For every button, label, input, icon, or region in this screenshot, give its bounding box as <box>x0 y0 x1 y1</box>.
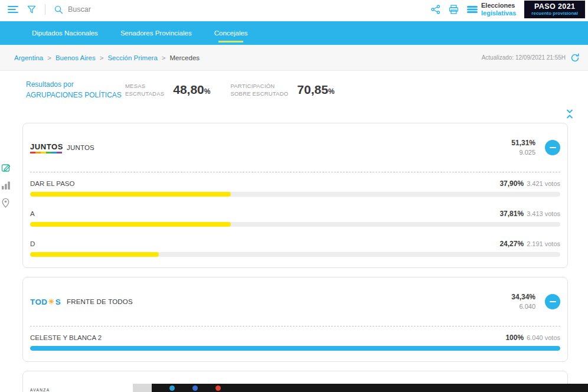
party-percent: 34,34% <box>511 292 535 302</box>
top-toolbar: Elecciones legislativas PASO 2021 recuen… <box>0 0 588 19</box>
brand-line2: legislativas <box>481 9 516 17</box>
badge-title: PASO 2021 <box>531 2 578 11</box>
results-by-line1: Resultados por <box>26 80 74 89</box>
list-percent: 100% <box>505 334 524 342</box>
vote-bar-track <box>30 192 560 197</box>
minus-icon <box>550 301 556 302</box>
results-by-selector[interactable]: Resultados por AGRUPACIONES POLÍTICAS <box>26 79 125 100</box>
taskbar <box>133 384 588 392</box>
updated-text: Actualizado: 12/09/2021 21:55H <box>482 54 566 61</box>
breadcrumb-argentina[interactable]: Argentina <box>14 54 43 61</box>
list-votes: 2.191 votos <box>527 240 560 247</box>
list-votes: 3.421 votos <box>527 180 560 187</box>
mesas-label: MESAS ESCRUTADAS <box>125 82 164 98</box>
party-cards: JUNTOS JUNTOS 51,31% 9.025 DAR EL PASO 3… <box>22 123 568 392</box>
participacion-label: PARTICIPACIÓN SOBRE ESCRUTADO <box>230 82 288 98</box>
avanza-libertad-logo: AVANZA LIBERTAD <box>30 388 64 392</box>
taskbar-app-icon[interactable] <box>169 386 175 391</box>
party-name: FRENTE DE TODOS <box>67 298 133 305</box>
search-icon <box>54 5 63 14</box>
filter-icon[interactable] <box>27 5 36 14</box>
list-row: DAR EL PASO 37,90%3.421 votos <box>30 172 560 202</box>
share-icon[interactable] <box>431 5 440 14</box>
paso-badge: PASO 2021 recuento provisional <box>524 1 585 19</box>
list-percent: 37,81% <box>499 210 524 218</box>
vote-bar-track <box>30 222 560 227</box>
party-card-juntos: JUNTOS JUNTOS 51,31% 9.025 DAR EL PASO 3… <box>22 123 568 268</box>
list-name: D <box>30 240 35 247</box>
taskbar-segment <box>133 384 152 392</box>
flag-stripes-icon <box>467 5 478 14</box>
list-percent: 37,90% <box>499 179 524 188</box>
category-tabs: Diputados Nacionales Senadores Provincia… <box>0 21 588 45</box>
map-pin-icon[interactable] <box>1 198 11 208</box>
brand-line1: Elecciones <box>481 2 516 9</box>
todos-logo: TOD☀S <box>30 298 64 306</box>
tab-concejales[interactable]: Concejales <box>214 30 248 37</box>
list-votes: 3.413 votos <box>527 210 560 217</box>
party-card-frente-de-todos: TOD☀S FRENTE DE TODOS 34,34% 6.040 CELES… <box>22 277 568 362</box>
collapse-all-row <box>0 100 588 123</box>
edit-icon[interactable] <box>1 163 11 173</box>
search-box <box>54 5 168 14</box>
breadcrumb-buenos-aires[interactable]: Buenos Aires <box>55 54 96 61</box>
vote-bar-track <box>30 252 560 257</box>
list-row: CELESTE Y BLANCA 2 100%6.040 votos <box>30 326 560 361</box>
party-header: TOD☀S FRENTE DE TODOS 34,34% 6.040 <box>30 277 560 326</box>
sun-icon: ☀ <box>48 298 54 306</box>
juntos-logo: JUNTOS <box>30 142 64 153</box>
side-rail <box>1 163 11 208</box>
list-name: A <box>30 210 35 217</box>
menu-icon[interactable] <box>8 5 18 14</box>
bar-chart-icon[interactable] <box>1 181 11 190</box>
refresh-icon[interactable] <box>570 53 580 63</box>
list-percent: 24,27% <box>499 240 524 248</box>
participacion-value: 70,85% <box>297 83 334 97</box>
party-name: JUNTOS <box>67 144 94 151</box>
collapse-all-icon[interactable] <box>565 109 574 119</box>
brand: Elecciones legislativas <box>467 2 516 17</box>
list-votes: 6.040 votos <box>527 334 560 341</box>
collapse-party-button[interactable] <box>545 140 560 155</box>
taskbar-app-icon[interactable] <box>192 386 198 391</box>
results-by-line2: AGRUPACIONES POLÍTICAS <box>26 91 122 99</box>
vote-bar-track <box>30 346 560 351</box>
updated-info: Actualizado: 12/09/2021 21:55H <box>482 53 580 63</box>
tab-diputados-nacionales[interactable]: Diputados Nacionales <box>32 30 98 37</box>
participacion-metric: PARTICIPACIÓN SOBRE ESCRUTADO 70,85% <box>230 82 334 98</box>
search-input[interactable] <box>68 5 168 14</box>
minus-icon <box>550 147 556 148</box>
main-content: Resultados por AGRUPACIONES POLÍTICAS ME… <box>0 71 588 392</box>
mesas-value: 48,80% <box>173 83 210 97</box>
party-percent: 51,31% <box>511 138 535 148</box>
brand-text: Elecciones legislativas <box>481 2 516 17</box>
summary-row: Resultados por AGRUPACIONES POLÍTICAS ME… <box>26 79 588 100</box>
vote-bar-fill <box>30 192 231 197</box>
rainbow-underline <box>30 152 62 153</box>
list-name: CELESTE Y BLANCA 2 <box>30 334 102 341</box>
vote-bar-fill <box>30 346 560 351</box>
breadcrumb-bar: Argentina > Buenos Aires > Sección Prime… <box>0 45 588 71</box>
toolbar-divider <box>45 4 45 15</box>
taskbar-app-icon[interactable] <box>215 386 221 391</box>
vote-bar-fill <box>30 222 231 227</box>
party-votes: 9.025 <box>511 148 535 157</box>
breadcrumb-mercedes: Mercedes <box>170 54 200 61</box>
tab-senadores-provinciales[interactable]: Senadores Provinciales <box>120 30 192 37</box>
list-name: DAR EL PASO <box>30 180 74 187</box>
party-stats: 34,34% 6.040 <box>511 292 535 311</box>
list-row: D 24,27%2.191 votos <box>30 233 560 267</box>
print-icon[interactable] <box>449 5 459 14</box>
list-row: A 37,81%3.413 votos <box>30 202 560 233</box>
vote-bar-fill <box>30 252 159 257</box>
mesas-escrutadas-metric: MESAS ESCRUTADAS 48,80% <box>125 82 210 98</box>
party-header: JUNTOS JUNTOS 51,31% 9.025 <box>30 123 560 172</box>
breadcrumb-seccion-primera[interactable]: Sección Primera <box>107 54 157 61</box>
party-stats: 51,31% 9.025 <box>511 138 535 156</box>
party-votes: 6.040 <box>511 302 535 311</box>
badge-subtitle: recuento provisional <box>531 11 578 16</box>
collapse-party-button[interactable] <box>545 294 560 309</box>
breadcrumb: Argentina > Buenos Aires > Sección Prime… <box>14 54 200 61</box>
